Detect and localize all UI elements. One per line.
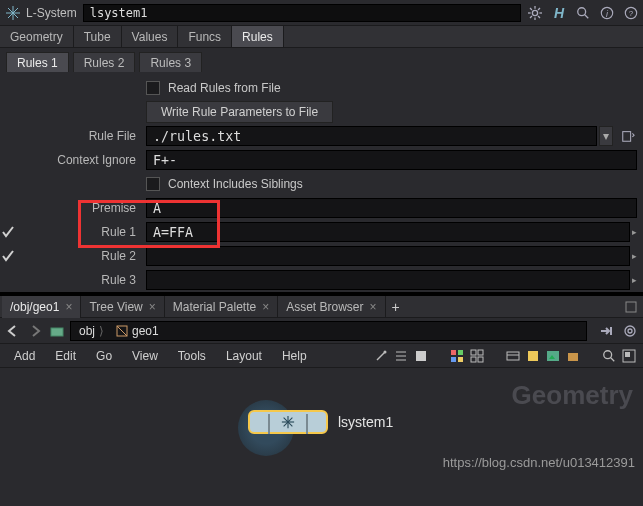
svg-rect-21 (51, 328, 63, 336)
breadcrumb-obj[interactable]: obj⟩ (73, 324, 110, 338)
rule3-menu-icon[interactable]: ▸ (632, 275, 637, 285)
node-lsystem1[interactable]: lsystem1 (248, 410, 393, 434)
rule2-menu-icon[interactable]: ▸ (632, 251, 637, 261)
info-icon[interactable]: i (599, 5, 615, 21)
close-icon[interactable]: × (149, 296, 156, 318)
premise-label: Premise (16, 201, 146, 215)
close-icon[interactable]: × (370, 296, 377, 318)
lower-tab-label: Asset Browser (286, 296, 363, 318)
grid2-icon[interactable] (469, 348, 485, 364)
geo-icon (116, 325, 128, 337)
lower-tab-materialpalette[interactable]: Material Palette × (165, 296, 278, 318)
breadcrumb[interactable]: obj⟩ geo1 (70, 321, 587, 341)
overview-icon[interactable] (621, 348, 637, 364)
box-icon[interactable] (565, 348, 581, 364)
tab-rules-1[interactable]: Rules 1 (6, 52, 69, 72)
tab-funcs[interactable]: Funcs (178, 26, 232, 47)
svg-line-12 (530, 16, 532, 18)
snowflake-icon (281, 415, 295, 429)
gear-icon[interactable] (527, 5, 543, 21)
houdini-icon[interactable]: H (551, 5, 567, 21)
card-icon[interactable] (505, 348, 521, 364)
svg-rect-51 (625, 352, 630, 357)
target-icon[interactable] (621, 322, 639, 340)
pane-menu-icon[interactable] (625, 301, 637, 313)
align-icon[interactable] (393, 348, 409, 364)
list-icon[interactable] (413, 348, 429, 364)
lower-tab-network[interactable]: /obj/geo1 × (2, 296, 81, 318)
context-ignore-label: Context Ignore (16, 153, 146, 167)
rule2-toggle[interactable] (0, 250, 16, 262)
sticky-note-icon[interactable] (525, 348, 541, 364)
context-label: Geometry (512, 380, 633, 411)
tab-values[interactable]: Values (122, 26, 179, 47)
rule1-toggle[interactable] (0, 226, 16, 238)
svg-point-48 (604, 350, 612, 358)
wand-icon[interactable] (373, 348, 389, 364)
rule-file-input[interactable] (146, 126, 597, 146)
context-includes-checkbox[interactable] (146, 177, 160, 191)
svg-point-13 (578, 7, 586, 15)
manager-icon[interactable] (48, 322, 66, 340)
tab-geometry[interactable]: Geometry (0, 26, 74, 47)
add-tab-button[interactable]: + (386, 299, 406, 315)
file-chooser-icon[interactable] (619, 126, 637, 146)
node-name-input[interactable] (83, 4, 521, 22)
lower-tab-label: Material Palette (173, 296, 256, 318)
network-view[interactable]: Geometry lsystem1 https://blog.csdn.net/… (0, 368, 643, 476)
svg-rect-47 (568, 353, 578, 361)
svg-text:i: i (606, 8, 609, 18)
nav-forward-icon[interactable] (26, 322, 44, 340)
tab-rules[interactable]: Rules (232, 26, 284, 47)
svg-point-29 (384, 350, 387, 353)
menu-view[interactable]: View (124, 344, 166, 368)
rule1-menu-icon[interactable]: ▸ (632, 227, 637, 237)
lower-tab-assetbrowser[interactable]: Asset Browser × (278, 296, 385, 318)
premise-input[interactable] (146, 198, 637, 218)
svg-line-14 (585, 14, 589, 18)
node-tile[interactable] (248, 410, 328, 434)
rule1-label: Rule 1 (16, 225, 146, 239)
pin-view-icon[interactable] (597, 322, 615, 340)
lower-tab-treeview[interactable]: Tree View × (81, 296, 164, 318)
breadcrumb-geo1[interactable]: geo1 (110, 324, 165, 338)
search-icon[interactable] (575, 5, 591, 21)
help-icon[interactable]: ? (623, 5, 639, 21)
svg-line-23 (117, 326, 127, 336)
menu-help[interactable]: Help (274, 344, 315, 368)
search2-icon[interactable] (601, 348, 617, 364)
menu-layout[interactable]: Layout (218, 344, 270, 368)
rule-file-dropdown[interactable]: ▾ (599, 126, 613, 146)
rule2-input[interactable] (146, 246, 630, 266)
path-bar: obj⟩ geo1 (0, 318, 643, 344)
svg-rect-36 (451, 357, 456, 362)
read-rules-label: Read Rules from File (168, 81, 281, 95)
rule3-input[interactable] (146, 270, 630, 290)
svg-text:?: ? (629, 9, 634, 18)
image-icon[interactable] (545, 348, 561, 364)
menu-tools[interactable]: Tools (170, 344, 214, 368)
svg-line-9 (530, 8, 532, 10)
tab-rules-2[interactable]: Rules 2 (73, 52, 136, 72)
close-icon[interactable]: × (65, 296, 72, 318)
svg-rect-20 (626, 302, 636, 312)
svg-rect-42 (507, 352, 519, 360)
nav-back-icon[interactable] (4, 322, 22, 340)
write-rules-button[interactable]: Write Rule Parameters to File (146, 101, 333, 123)
svg-rect-33 (416, 351, 426, 361)
menu-add[interactable]: Add (6, 344, 43, 368)
sub-tabs: Rules 1 Rules 2 Rules 3 (0, 48, 643, 72)
close-icon[interactable]: × (262, 296, 269, 318)
tab-rules-3[interactable]: Rules 3 (139, 52, 202, 72)
context-ignore-input[interactable] (146, 150, 637, 170)
menu-edit[interactable]: Edit (47, 344, 84, 368)
grid1-icon[interactable] (449, 348, 465, 364)
rule1-input[interactable] (146, 222, 630, 242)
rule-file-label: Rule File (16, 129, 146, 143)
svg-rect-39 (478, 350, 483, 355)
menu-go[interactable]: Go (88, 344, 120, 368)
svg-rect-40 (471, 357, 476, 362)
lower-tab-label: Tree View (89, 296, 142, 318)
read-rules-checkbox[interactable] (146, 81, 160, 95)
tab-tube[interactable]: Tube (74, 26, 122, 47)
